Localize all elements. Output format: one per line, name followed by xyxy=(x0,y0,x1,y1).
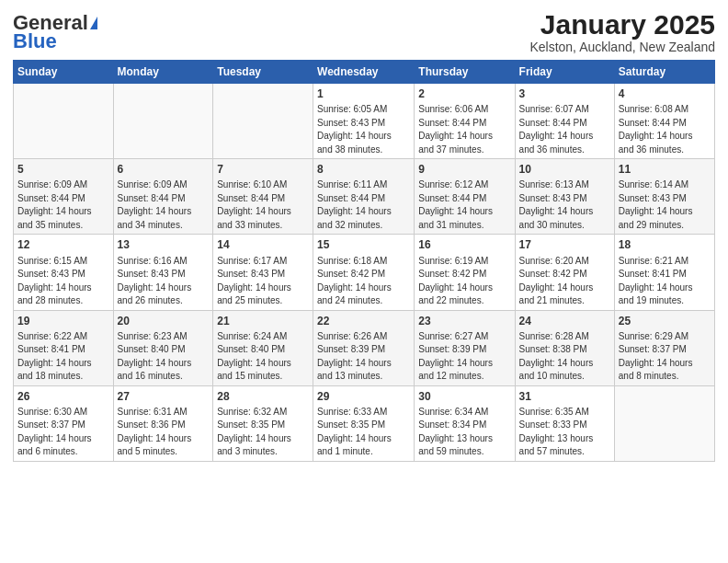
table-row: 4Sunrise: 6:08 AMSunset: 8:44 PMDaylight… xyxy=(614,84,714,159)
table-row: 1Sunrise: 6:05 AMSunset: 8:43 PMDaylight… xyxy=(313,84,415,159)
day-info: Sunrise: 6:13 AMSunset: 8:43 PMDaylight:… xyxy=(519,179,594,230)
table-row: 20Sunrise: 6:23 AMSunset: 8:40 PMDayligh… xyxy=(113,310,213,385)
day-info: Sunrise: 6:29 AMSunset: 8:37 PMDaylight:… xyxy=(619,331,693,382)
table-row xyxy=(14,84,114,159)
table-row: 28Sunrise: 6:32 AMSunset: 8:35 PMDayligh… xyxy=(213,385,313,461)
table-row: 15Sunrise: 6:18 AMSunset: 8:42 PMDayligh… xyxy=(313,235,415,310)
col-saturday: Saturday xyxy=(614,61,714,84)
calendar-week-row: 12Sunrise: 6:15 AMSunset: 8:43 PMDayligh… xyxy=(14,235,715,310)
table-row: 23Sunrise: 6:27 AMSunset: 8:39 PMDayligh… xyxy=(415,310,515,385)
day-info: Sunrise: 6:09 AMSunset: 8:44 PMDaylight:… xyxy=(118,179,192,230)
calendar-table: Sunday Monday Tuesday Wednesday Thursday… xyxy=(13,60,715,462)
table-row: 18Sunrise: 6:21 AMSunset: 8:41 PMDayligh… xyxy=(614,235,714,310)
page-container: General Blue January 2025 Kelston, Auckl… xyxy=(0,0,728,469)
col-friday: Friday xyxy=(515,61,614,84)
table-row: 8Sunrise: 6:11 AMSunset: 8:44 PMDaylight… xyxy=(313,159,415,235)
day-info: Sunrise: 6:11 AMSunset: 8:44 PMDaylight:… xyxy=(317,179,392,230)
day-info: Sunrise: 6:06 AMSunset: 8:44 PMDaylight:… xyxy=(418,104,493,155)
day-info: Sunrise: 6:15 AMSunset: 8:43 PMDaylight:… xyxy=(17,256,92,306)
day-info: Sunrise: 6:17 AMSunset: 8:43 PMDaylight:… xyxy=(217,256,291,306)
day-info: Sunrise: 6:34 AMSunset: 8:34 PMDaylight:… xyxy=(418,407,493,457)
day-number: 7 xyxy=(217,162,309,177)
logo: General Blue xyxy=(13,13,97,52)
day-number: 5 xyxy=(17,162,109,177)
day-number: 9 xyxy=(418,162,510,177)
day-number: 15 xyxy=(317,237,410,252)
day-number: 6 xyxy=(118,162,210,177)
col-wednesday: Wednesday xyxy=(313,61,415,84)
day-number: 17 xyxy=(519,237,610,252)
day-info: Sunrise: 6:20 AMSunset: 8:42 PMDaylight:… xyxy=(519,256,594,306)
day-number: 25 xyxy=(619,314,711,328)
day-number: 14 xyxy=(217,237,309,252)
day-number: 1 xyxy=(317,86,410,101)
day-info: Sunrise: 6:28 AMSunset: 8:38 PMDaylight:… xyxy=(519,331,594,382)
day-number: 30 xyxy=(418,389,510,404)
calendar-week-row: 1Sunrise: 6:05 AMSunset: 8:43 PMDaylight… xyxy=(14,84,715,159)
table-row: 22Sunrise: 6:26 AMSunset: 8:39 PMDayligh… xyxy=(313,310,415,385)
logo-blue: Blue xyxy=(13,31,57,52)
day-info: Sunrise: 6:23 AMSunset: 8:40 PMDaylight:… xyxy=(118,331,192,382)
day-info: Sunrise: 6:10 AMSunset: 8:44 PMDaylight:… xyxy=(217,179,291,230)
day-number: 3 xyxy=(519,86,610,101)
table-row: 21Sunrise: 6:24 AMSunset: 8:40 PMDayligh… xyxy=(213,310,313,385)
day-number: 27 xyxy=(118,389,210,404)
calendar-week-row: 26Sunrise: 6:30 AMSunset: 8:37 PMDayligh… xyxy=(14,385,715,461)
table-row: 26Sunrise: 6:30 AMSunset: 8:37 PMDayligh… xyxy=(14,385,114,461)
table-row xyxy=(614,385,714,461)
table-row: 19Sunrise: 6:22 AMSunset: 8:41 PMDayligh… xyxy=(14,310,114,385)
day-info: Sunrise: 6:08 AMSunset: 8:44 PMDaylight:… xyxy=(619,104,693,155)
day-number: 18 xyxy=(619,237,711,252)
table-row: 6Sunrise: 6:09 AMSunset: 8:44 PMDaylight… xyxy=(113,159,213,235)
table-row: 11Sunrise: 6:14 AMSunset: 8:43 PMDayligh… xyxy=(614,159,714,235)
table-row: 3Sunrise: 6:07 AMSunset: 8:44 PMDaylight… xyxy=(515,84,614,159)
day-info: Sunrise: 6:12 AMSunset: 8:44 PMDaylight:… xyxy=(418,179,493,230)
day-number: 21 xyxy=(217,314,309,328)
day-number: 28 xyxy=(217,389,309,404)
table-row: 7Sunrise: 6:10 AMSunset: 8:44 PMDaylight… xyxy=(213,159,313,235)
day-number: 29 xyxy=(317,389,410,404)
table-row: 30Sunrise: 6:34 AMSunset: 8:34 PMDayligh… xyxy=(415,385,515,461)
table-row xyxy=(113,84,213,159)
table-row: 24Sunrise: 6:28 AMSunset: 8:38 PMDayligh… xyxy=(515,310,614,385)
day-info: Sunrise: 6:31 AMSunset: 8:36 PMDaylight:… xyxy=(118,407,192,457)
day-number: 4 xyxy=(619,86,711,101)
col-sunday: Sunday xyxy=(14,61,114,84)
calendar-week-row: 5Sunrise: 6:09 AMSunset: 8:44 PMDaylight… xyxy=(14,159,715,235)
col-thursday: Thursday xyxy=(415,61,515,84)
day-number: 31 xyxy=(519,389,610,404)
table-row: 5Sunrise: 6:09 AMSunset: 8:44 PMDaylight… xyxy=(14,159,114,235)
day-info: Sunrise: 6:09 AMSunset: 8:44 PMDaylight:… xyxy=(17,179,92,230)
day-info: Sunrise: 6:33 AMSunset: 8:35 PMDaylight:… xyxy=(317,407,392,457)
day-number: 11 xyxy=(619,162,711,177)
day-info: Sunrise: 6:26 AMSunset: 8:39 PMDaylight:… xyxy=(317,331,392,382)
calendar-subtitle: Kelston, Auckland, New Zealand xyxy=(529,40,715,54)
day-number: 19 xyxy=(17,314,109,328)
day-number: 20 xyxy=(118,314,210,328)
title-block: January 2025 Kelston, Auckland, New Zeal… xyxy=(529,9,715,54)
day-info: Sunrise: 6:32 AMSunset: 8:35 PMDaylight:… xyxy=(217,407,291,457)
day-info: Sunrise: 6:24 AMSunset: 8:40 PMDaylight:… xyxy=(217,331,291,382)
table-row: 12Sunrise: 6:15 AMSunset: 8:43 PMDayligh… xyxy=(14,235,114,310)
day-info: Sunrise: 6:05 AMSunset: 8:43 PMDaylight:… xyxy=(317,104,392,155)
table-row: 27Sunrise: 6:31 AMSunset: 8:36 PMDayligh… xyxy=(113,385,213,461)
calendar-title: January 2025 xyxy=(529,9,715,40)
table-row: 17Sunrise: 6:20 AMSunset: 8:42 PMDayligh… xyxy=(515,235,614,310)
table-row: 29Sunrise: 6:33 AMSunset: 8:35 PMDayligh… xyxy=(313,385,415,461)
day-info: Sunrise: 6:27 AMSunset: 8:39 PMDaylight:… xyxy=(418,331,493,382)
day-number: 2 xyxy=(418,86,510,101)
day-number: 26 xyxy=(17,389,109,404)
table-row: 13Sunrise: 6:16 AMSunset: 8:43 PMDayligh… xyxy=(113,235,213,310)
day-number: 23 xyxy=(418,314,510,328)
day-info: Sunrise: 6:22 AMSunset: 8:41 PMDaylight:… xyxy=(17,331,92,382)
day-info: Sunrise: 6:16 AMSunset: 8:43 PMDaylight:… xyxy=(118,256,192,306)
table-row: 2Sunrise: 6:06 AMSunset: 8:44 PMDaylight… xyxy=(415,84,515,159)
table-row: 9Sunrise: 6:12 AMSunset: 8:44 PMDaylight… xyxy=(415,159,515,235)
day-number: 12 xyxy=(17,237,109,252)
header-row: General Blue January 2025 Kelston, Auckl… xyxy=(13,9,715,54)
day-info: Sunrise: 6:30 AMSunset: 8:37 PMDaylight:… xyxy=(17,407,92,457)
day-number: 10 xyxy=(519,162,610,177)
logo-triangle-icon xyxy=(90,17,97,29)
table-row xyxy=(213,84,313,159)
day-info: Sunrise: 6:21 AMSunset: 8:41 PMDaylight:… xyxy=(619,256,693,306)
